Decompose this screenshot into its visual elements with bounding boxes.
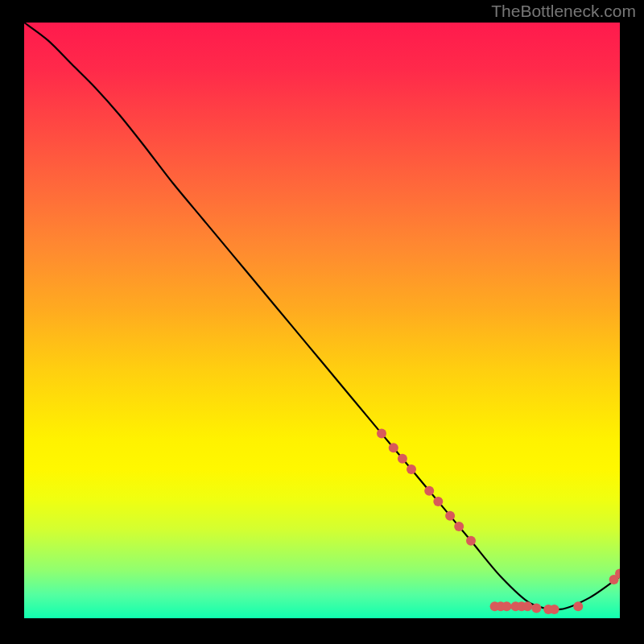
curve-line [24,23,620,609]
marker-point [502,601,511,611]
marker-point [407,464,416,474]
marker-point [424,486,434,496]
marker-point [454,522,464,531]
marker-point [573,601,583,611]
marker-point [445,511,455,521]
marker-point [550,605,559,614]
watermark-text: TheBottleneck.com [491,2,636,21]
marker-point [531,603,541,613]
marker-point [377,429,386,439]
marker-point [466,536,476,546]
marker-point [522,601,532,611]
chart-plot-area [24,23,620,618]
chart-svg [24,23,620,618]
marker-point [389,443,398,452]
scatter-markers [377,429,620,614]
marker-point [398,454,407,464]
marker-point [433,497,443,506]
